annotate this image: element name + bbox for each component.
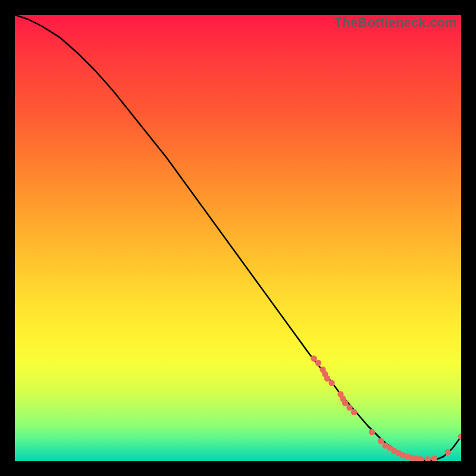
chart-frame: TheBottleneck.com [15, 15, 461, 461]
bottleneck-curve [15, 15, 461, 461]
sample-dot [351, 409, 357, 415]
sample-dot [369, 429, 375, 435]
sample-dot [425, 456, 431, 461]
sample-dot [328, 380, 334, 386]
sample-dot [431, 455, 437, 461]
sample-dot [458, 434, 461, 440]
sample-dot [378, 438, 384, 444]
sample-dot [342, 400, 348, 406]
sample-dot [346, 405, 352, 411]
watermark-text: TheBottleneck.com [334, 15, 457, 30]
sample-points [311, 355, 461, 461]
curve-path [15, 15, 461, 461]
sample-dot [315, 360, 321, 366]
chart-svg [15, 15, 461, 461]
sample-dot [324, 375, 330, 381]
sample-dot [444, 449, 450, 455]
sample-dot [311, 355, 317, 361]
plot-area [15, 15, 461, 461]
